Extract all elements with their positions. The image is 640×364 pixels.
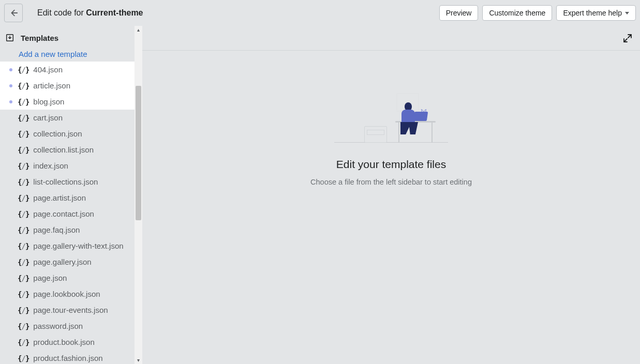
file-name: collection.json: [33, 129, 82, 138]
file-item[interactable]: {/}blog.json: [0, 94, 135, 110]
theme-name: Current-theme: [86, 8, 143, 17]
customize-theme-button[interactable]: Customize theme: [482, 5, 552, 21]
json-file-icon: {/}: [18, 194, 29, 202]
json-file-icon: {/}: [18, 242, 29, 250]
file-name: cart.json: [33, 113, 63, 122]
file-name: page.gallery-with-text.json: [33, 241, 123, 250]
json-file-icon: {/}: [18, 162, 29, 170]
file-name: page.lookbook.json: [33, 290, 100, 298]
file-item[interactable]: {/}password.json: [0, 318, 135, 334]
json-file-icon: {/}: [18, 146, 29, 154]
file-item[interactable]: {/}page.lookbook.json: [0, 286, 135, 302]
scroll-up-icon[interactable]: ▴: [135, 26, 142, 34]
file-item[interactable]: {/}page.artist.json: [0, 190, 135, 206]
empty-state-title: Edit your template files: [336, 158, 446, 171]
empty-state-subtitle: Choose a file from the left sidebar to s…: [310, 178, 472, 186]
json-file-icon: {/}: [18, 354, 29, 362]
topbar: Edit code for Current-theme Preview Cust…: [0, 0, 640, 26]
file-item[interactable]: {/}404.json: [0, 62, 135, 78]
templates-folder-icon: [5, 33, 14, 42]
json-file-icon: {/}: [18, 258, 29, 266]
file-item[interactable]: {/}page.json: [0, 270, 135, 286]
file-item[interactable]: {/}cart.json: [0, 110, 135, 126]
expert-help-button[interactable]: Expert theme help: [556, 5, 636, 21]
json-file-icon: {/}: [18, 210, 29, 218]
expand-icon: [622, 33, 633, 43]
topbar-actions: Preview Customize theme Expert theme hel…: [439, 5, 636, 21]
json-file-icon: {/}: [18, 82, 29, 90]
json-file-icon: {/}: [18, 306, 29, 314]
empty-state-illustration: [334, 92, 448, 149]
file-name: page.faq.json: [33, 225, 80, 234]
file-item[interactable]: {/}list-collections.json: [0, 174, 135, 190]
file-name: 404.json: [33, 65, 63, 74]
json-file-icon: {/}: [18, 178, 29, 186]
file-name: page.contact.json: [33, 209, 94, 218]
file-name: page.artist.json: [33, 193, 86, 202]
file-item[interactable]: {/}page.faq.json: [0, 222, 135, 238]
scrollbar-thumb[interactable]: [136, 86, 141, 220]
arrow-left-icon: [9, 8, 18, 18]
file-item[interactable]: {/}collection.list.json: [0, 142, 135, 158]
file-item[interactable]: {/}page.gallery-with-text.json: [0, 238, 135, 254]
preview-button-label: Preview: [446, 9, 472, 17]
expand-button[interactable]: [619, 30, 636, 47]
json-file-icon: {/}: [18, 98, 29, 106]
file-list: {/}404.json{/}article.json{/}blog.json{/…: [0, 62, 135, 364]
file-name: password.json: [33, 322, 83, 330]
expert-help-label: Expert theme help: [563, 9, 622, 17]
editor-topbar: [142, 26, 640, 51]
file-item[interactable]: {/}product.book.json: [0, 334, 135, 350]
file-name: product.fashion.json: [33, 354, 102, 362]
scroll-down-icon[interactable]: ▾: [135, 356, 142, 364]
json-file-icon: {/}: [18, 290, 29, 298]
file-item[interactable]: {/}article.json: [0, 78, 135, 94]
file-item[interactable]: {/}page.contact.json: [0, 206, 135, 222]
title-prefix: Edit code for: [37, 8, 86, 17]
customize-theme-label: Customize theme: [489, 9, 545, 17]
page-title: Edit code for Current-theme: [37, 8, 143, 18]
file-name: collection.list.json: [33, 145, 94, 154]
editor-panel: Edit your template files Choose a file f…: [142, 26, 640, 364]
json-file-icon: {/}: [18, 338, 29, 346]
file-name: page.tour-events.json: [33, 306, 108, 314]
json-file-icon: {/}: [18, 66, 29, 74]
json-file-icon: {/}: [18, 322, 29, 330]
file-item[interactable]: {/}page.tour-events.json: [0, 302, 135, 318]
file-name: page.json: [33, 274, 67, 282]
file-name: product.book.json: [33, 338, 94, 346]
file-name: blog.json: [33, 97, 64, 106]
file-item[interactable]: {/}collection.json: [0, 126, 135, 142]
sidebar-scrollbar[interactable]: ▴ ▾: [135, 26, 142, 364]
templates-section-header[interactable]: Templates: [0, 29, 135, 47]
empty-state: Edit your template files Choose a file f…: [142, 51, 640, 364]
file-item[interactable]: {/}product.fashion.json: [0, 350, 135, 364]
preview-button[interactable]: Preview: [439, 5, 479, 21]
caret-down-icon: [625, 12, 629, 14]
file-item[interactable]: {/}page.gallery.json: [0, 254, 135, 270]
add-template-link[interactable]: Add a new template: [0, 47, 135, 62]
json-file-icon: {/}: [18, 226, 29, 234]
templates-section-label: Templates: [21, 34, 58, 42]
file-name: list-collections.json: [33, 177, 98, 186]
sidebar: Templates Add a new template {/}404.json…: [0, 26, 142, 364]
back-button[interactable]: [4, 4, 23, 22]
file-name: article.json: [33, 81, 70, 90]
file-name: page.gallery.json: [33, 257, 91, 266]
file-name: index.json: [33, 161, 68, 170]
json-file-icon: {/}: [18, 130, 29, 138]
json-file-icon: {/}: [18, 274, 29, 282]
file-item[interactable]: {/}index.json: [0, 158, 135, 174]
json-file-icon: {/}: [18, 114, 29, 122]
